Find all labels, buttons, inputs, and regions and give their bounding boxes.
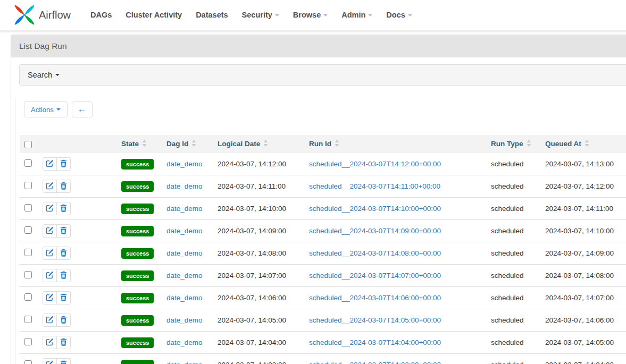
- sort-icon[interactable]: [527, 140, 531, 148]
- run-id-link[interactable]: scheduled__2024-03-07T14:06:00+00:00: [309, 294, 441, 302]
- run-id-link[interactable]: scheduled__2024-03-07T14:07:00+00:00: [309, 272, 441, 280]
- delete-button[interactable]: [56, 314, 71, 327]
- dag-id-link[interactable]: date_demo: [166, 205, 203, 213]
- dag-id-link[interactable]: date_demo: [166, 272, 203, 280]
- queued-at-cell: 2024-03-07, 14:11:00: [542, 198, 626, 220]
- delete-button[interactable]: [56, 224, 71, 238]
- nav-item-browse[interactable]: Browse: [286, 11, 335, 19]
- edit-icon: [46, 316, 54, 325]
- nav-item-docs[interactable]: Docs: [379, 11, 419, 19]
- edit-button[interactable]: [43, 180, 57, 193]
- airflow-brand[interactable]: Airflow: [13, 4, 71, 26]
- chevron-down-icon: [323, 14, 328, 16]
- edit-button[interactable]: [43, 202, 57, 215]
- run-id-link[interactable]: scheduled__2024-03-07T14:08:00+00:00: [309, 249, 441, 257]
- chevron-down-icon: [275, 14, 279, 16]
- row-checkbox[interactable]: [24, 204, 32, 211]
- nav-item-datasets[interactable]: Datasets: [189, 11, 235, 19]
- delete-button[interactable]: [56, 358, 71, 364]
- status-badge: success: [121, 159, 154, 170]
- edit-button[interactable]: [43, 247, 57, 260]
- actions-dropdown-button[interactable]: Actions: [24, 101, 68, 117]
- run-id-link[interactable]: scheduled__2024-03-07T14:03:00+00:00: [309, 361, 441, 364]
- run-id-link[interactable]: scheduled__2024-03-07T14:04:00+00:00: [309, 338, 441, 346]
- edit-icon: [46, 226, 54, 236]
- row-actions: [43, 291, 71, 304]
- dag-id-link[interactable]: date_demo: [166, 249, 203, 257]
- page-title: List Dag Run: [11, 35, 626, 57]
- sort-icon[interactable]: [142, 140, 147, 148]
- table-body: success date_demo 2024-03-07, 14:12:00 s…: [20, 153, 626, 364]
- edit-button[interactable]: [43, 269, 57, 282]
- edit-button[interactable]: [43, 358, 57, 364]
- dag-id-link[interactable]: date_demo: [166, 294, 203, 302]
- search-accordion-toggle[interactable]: Search: [19, 64, 626, 86]
- row-checkbox[interactable]: [24, 338, 32, 345]
- delete-button[interactable]: [56, 157, 71, 171]
- nav-item-dags[interactable]: DAGs: [84, 11, 119, 19]
- back-button[interactable]: ←: [72, 101, 93, 117]
- dag-id-link[interactable]: date_demo: [166, 316, 203, 324]
- sort-icon[interactable]: [585, 140, 589, 148]
- sort-icon[interactable]: [335, 140, 339, 148]
- run-id-link[interactable]: scheduled__2024-03-07T14:05:00+00:00: [309, 316, 441, 324]
- delete-button[interactable]: [56, 180, 71, 193]
- table-row: success date_demo 2024-03-07, 14:07:00 s…: [20, 265, 626, 287]
- delete-button[interactable]: [56, 247, 71, 260]
- trash-icon: [60, 338, 67, 348]
- sort-icon[interactable]: [191, 140, 196, 148]
- row-checkbox[interactable]: [24, 182, 32, 189]
- column-header-dag-id[interactable]: Dag Id: [164, 135, 215, 153]
- dag-id-link[interactable]: date_demo: [166, 182, 203, 190]
- run-id-link[interactable]: scheduled__2024-03-07T14:09:00+00:00: [309, 227, 441, 235]
- row-actions: [43, 358, 71, 364]
- row-checkbox[interactable]: [24, 226, 32, 234]
- list-well: Actions ← State: [15, 97, 626, 364]
- status-badge: success: [121, 270, 154, 281]
- nav-item-cluster-activity[interactable]: Cluster Activity: [119, 11, 189, 19]
- delete-button[interactable]: [56, 202, 71, 215]
- nav-item-admin[interactable]: Admin: [335, 11, 379, 19]
- dag-id-link[interactable]: date_demo: [166, 338, 203, 346]
- queued-at-cell: 2024-03-07, 14:10:00: [542, 220, 626, 242]
- row-checkbox[interactable]: [24, 360, 32, 364]
- edit-button[interactable]: [43, 291, 57, 304]
- edit-button[interactable]: [43, 157, 57, 171]
- run-type-cell: scheduled: [488, 242, 542, 265]
- dag-id-link[interactable]: date_demo: [166, 361, 203, 364]
- run-id-link[interactable]: scheduled__2024-03-07T14:11:00+00:00: [309, 182, 440, 190]
- nav-item-security[interactable]: Security: [235, 11, 286, 19]
- edit-button[interactable]: [43, 224, 57, 238]
- trash-icon: [60, 182, 67, 191]
- row-checkbox[interactable]: [24, 316, 32, 323]
- row-checkbox[interactable]: [24, 271, 32, 278]
- edit-button[interactable]: [43, 336, 57, 349]
- queued-at-cell: 2024-03-07, 14:07:00: [542, 287, 626, 309]
- chevron-down-icon: [368, 14, 372, 16]
- edit-button[interactable]: [43, 314, 57, 327]
- select-all-checkbox[interactable]: [24, 141, 32, 148]
- column-header-state[interactable]: State: [119, 135, 164, 153]
- trash-icon: [60, 249, 67, 258]
- delete-button[interactable]: [56, 336, 71, 349]
- column-header-run-type[interactable]: Run Type: [488, 135, 542, 153]
- column-header-logical-date[interactable]: Logical Date: [215, 135, 306, 153]
- row-actions: [43, 202, 71, 215]
- row-checkbox[interactable]: [24, 159, 32, 167]
- trash-icon: [60, 316, 67, 325]
- row-checkbox[interactable]: [24, 293, 32, 301]
- toolbar: Actions ←: [24, 101, 626, 117]
- run-id-link[interactable]: scheduled__2024-03-07T14:12:00+00:00: [309, 160, 441, 168]
- column-header-queued-at[interactable]: Queued At: [542, 135, 626, 153]
- dag-id-link[interactable]: date_demo: [166, 227, 203, 235]
- row-checkbox[interactable]: [24, 249, 32, 256]
- delete-button[interactable]: [56, 269, 71, 282]
- run-id-link[interactable]: scheduled__2024-03-07T14:10:00+00:00: [309, 205, 441, 213]
- column-header-run-id[interactable]: Run Id: [306, 135, 488, 153]
- delete-button[interactable]: [56, 291, 71, 304]
- status-badge: success: [121, 337, 154, 348]
- logical-date-cell: 2024-03-07, 14:10:00: [215, 198, 306, 220]
- table-row: success date_demo 2024-03-07, 14:08:00 s…: [20, 242, 626, 265]
- dag-id-link[interactable]: date_demo: [166, 160, 203, 168]
- sort-icon[interactable]: [263, 140, 268, 148]
